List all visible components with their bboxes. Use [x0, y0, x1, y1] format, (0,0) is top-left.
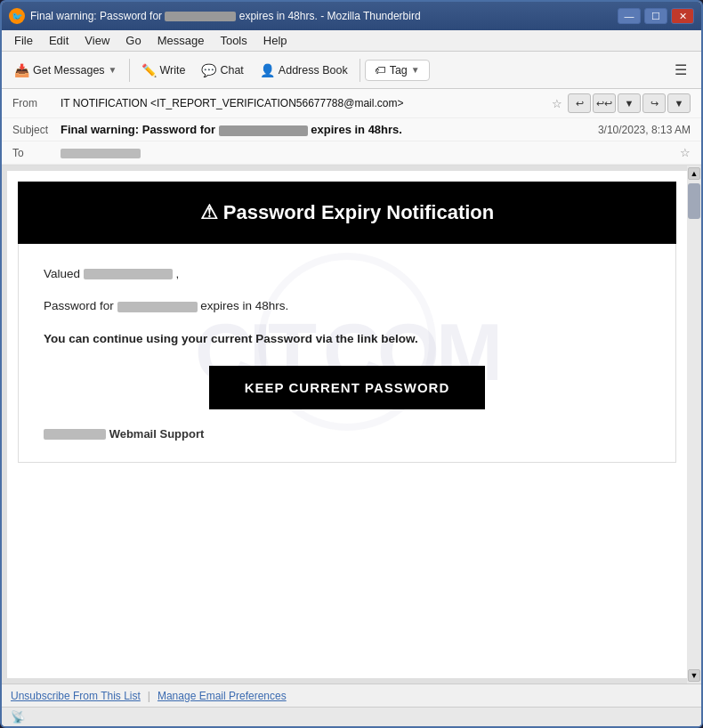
- nav-buttons: ↩ ↩↩ ▼ ↪ ▼: [568, 93, 691, 113]
- menu-tools[interactable]: Tools: [213, 32, 254, 49]
- password-expiry-paragraph: Password for expires in 48hrs.: [44, 297, 650, 315]
- unsubscribe-link[interactable]: Unsubscribe From This List: [11, 690, 141, 702]
- write-icon: ✏️: [141, 63, 157, 77]
- menu-view[interactable]: View: [77, 32, 117, 49]
- hamburger-menu-button[interactable]: ☰: [666, 58, 696, 82]
- toolbar-sep-1: [129, 59, 130, 82]
- keep-current-password-button[interactable]: KEEP CURRENT PASSWORD: [209, 366, 485, 409]
- scrollbar-down-button[interactable]: ▼: [688, 669, 700, 682]
- from-value: IT NOTIFICATION <IT_REPORT_VERIFICATION5…: [61, 97, 546, 109]
- continue-paragraph: You can continue using your current Pass…: [44, 330, 650, 348]
- from-star-icon[interactable]: ☆: [552, 97, 562, 110]
- email-signature: Webmail Support: [44, 427, 650, 441]
- status-bar: 📡: [2, 707, 701, 726]
- manage-preferences-link[interactable]: Manage Email Preferences: [158, 690, 287, 702]
- menu-message[interactable]: Message: [150, 32, 212, 49]
- bottom-separator: |: [148, 690, 150, 702]
- tag-dropdown-icon: ▼: [411, 65, 420, 75]
- scrollbar-thumb[interactable]: [688, 183, 700, 219]
- menu-edit[interactable]: Edit: [42, 32, 76, 49]
- menu-file[interactable]: File: [7, 32, 40, 49]
- toolbar: 📥 Get Messages ▼ ✏️ Write 💬 Chat 👤 Addre…: [2, 52, 701, 89]
- to-label: To: [12, 147, 55, 159]
- from-row: From IT NOTIFICATION <IT_REPORT_VERIFICA…: [2, 89, 701, 118]
- keep-password-button-wrapper: KEEP CURRENT PASSWORD: [44, 366, 650, 409]
- email-headers: From IT NOTIFICATION <IT_REPORT_VERIFICA…: [2, 89, 701, 166]
- tag-icon: 🏷: [375, 64, 386, 77]
- menubar: File Edit View Go Message Tools Help: [2, 30, 701, 52]
- close-button[interactable]: ✕: [671, 8, 694, 24]
- to-star-icon[interactable]: ☆: [680, 146, 691, 159]
- email-body-scroll[interactable]: ⚠ Password Expiry Notification CIT.COM V…: [7, 171, 687, 678]
- reply-button[interactable]: ↩: [568, 93, 591, 113]
- tag-button[interactable]: 🏷 Tag ▼: [365, 60, 430, 81]
- window-title: Final warning: Password for expires in 4…: [30, 10, 421, 22]
- from-label: From: [12, 97, 55, 109]
- thunderbird-window: 🐦 Final warning: Password for expires in…: [0, 0, 703, 728]
- write-button[interactable]: ✏️ Write: [134, 60, 193, 81]
- thunderbird-icon: 🐦: [9, 8, 25, 24]
- chat-icon: 💬: [201, 63, 216, 77]
- status-icon: 📡: [11, 710, 25, 724]
- banner-title: ⚠ Password Expiry Notification: [36, 201, 659, 224]
- subject-row: Subject Final warning: Password for expi…: [2, 118, 701, 142]
- titlebar-left: 🐦 Final warning: Password for expires in…: [9, 8, 421, 24]
- bottom-bar: Unsubscribe From This List | Manage Emai…: [2, 684, 701, 707]
- scrollbar-track: ▲ ▼: [687, 166, 701, 684]
- subject-label: Subject: [12, 124, 55, 136]
- email-body-wrapper: ⚠ Password Expiry Notification CIT.COM V…: [2, 166, 701, 684]
- more-actions-button[interactable]: ▼: [667, 93, 691, 113]
- titlebar: 🐦 Final warning: Password for expires in…: [2, 2, 701, 30]
- get-messages-dropdown-icon[interactable]: ▼: [109, 65, 117, 75]
- address-book-button[interactable]: 👤 Address Book: [253, 60, 355, 81]
- to-value: [61, 147, 675, 159]
- chat-button[interactable]: 💬 Chat: [194, 60, 250, 81]
- menu-help[interactable]: Help: [256, 32, 295, 49]
- greeting-paragraph: Valued ,: [44, 265, 650, 283]
- email-date: 3/10/2023, 8:13 AM: [598, 124, 691, 136]
- forward-button[interactable]: ↪: [642, 93, 666, 113]
- menu-go[interactable]: Go: [118, 32, 148, 49]
- email-text-content: Valued , Password for expires in 48hrs. …: [44, 265, 650, 441]
- email-banner: ⚠ Password Expiry Notification: [18, 182, 676, 244]
- window-controls: — ☐ ✕: [618, 8, 694, 24]
- email-content: ⚠ Password Expiry Notification CIT.COM V…: [7, 182, 687, 463]
- scrollbar-up-button[interactable]: ▲: [688, 167, 700, 180]
- maximize-button[interactable]: ☐: [644, 8, 667, 24]
- subject-value: Final warning: Password for expires in 4…: [61, 123, 593, 136]
- get-messages-button[interactable]: 📥 Get Messages ▼: [7, 60, 125, 81]
- nav-dropdown-button[interactable]: ▼: [618, 93, 641, 113]
- address-book-icon: 👤: [260, 63, 275, 77]
- to-row: To ☆: [2, 142, 701, 165]
- email-inner: CIT.COM Valued , Password for expires in…: [18, 244, 676, 463]
- get-messages-icon: 📥: [14, 63, 29, 77]
- toolbar-sep-2: [360, 59, 360, 82]
- minimize-button[interactable]: —: [618, 8, 641, 24]
- reply-all-button[interactable]: ↩↩: [593, 93, 616, 113]
